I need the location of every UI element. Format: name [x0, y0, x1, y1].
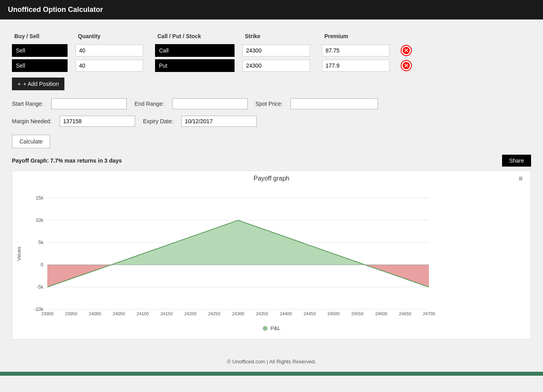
svg-text:24650: 24650: [399, 311, 411, 316]
calculate-label: Calculate: [19, 138, 43, 145]
premium-input-1[interactable]: [322, 45, 390, 56]
svg-text:-5k: -5k: [37, 284, 44, 290]
chart-container: Payoff graph ≡ Values 15k 10k 5k: [12, 171, 531, 340]
svg-text:24000: 24000: [89, 311, 101, 316]
add-position-button[interactable]: + + Add Position: [12, 78, 64, 90]
start-range-label: Start Range:: [12, 101, 43, 107]
positions-header: Buy / Sell Quantity Call / Put / Stock S…: [12, 31, 531, 41]
buy-sell-button-1[interactable]: Sell: [12, 44, 68, 57]
legend-dot: [263, 326, 268, 331]
chart-menu-icon[interactable]: ≡: [518, 175, 523, 183]
call-put-button-2[interactable]: Put: [155, 59, 235, 72]
margin-controls-row: Margin Needed: Expiry Date:: [12, 116, 531, 127]
quantity-input-2[interactable]: [76, 60, 143, 72]
svg-text:0: 0: [41, 262, 43, 268]
calculate-button[interactable]: Calculate: [12, 135, 50, 148]
svg-text:24450: 24450: [304, 311, 316, 316]
remove-icon-1: ✕: [401, 46, 411, 55]
col-call-put-stock: Call / Put / Stock: [155, 31, 242, 41]
start-range-input[interactable]: [51, 98, 127, 109]
app-title: Unofficed Option Calculator: [8, 6, 103, 14]
footer-bar: [0, 372, 543, 376]
svg-text:24400: 24400: [280, 311, 292, 316]
legend-label: P&L: [271, 325, 281, 331]
svg-text:24500: 24500: [328, 311, 340, 316]
svg-text:24250: 24250: [208, 311, 221, 316]
spot-price-label: Spot Price:: [256, 101, 283, 107]
col-premium: Premium: [322, 31, 401, 41]
payoff-graph-label: Payoff Graph: 7.7% max returns in 3 days: [12, 157, 122, 164]
svg-text:23950: 23950: [65, 311, 78, 316]
end-range-input[interactable]: [172, 98, 248, 109]
chart-legend: P&L: [16, 325, 527, 331]
svg-text:24200: 24200: [184, 311, 197, 316]
premium-input-2[interactable]: [322, 60, 390, 72]
expiry-date-label: Expiry Date:: [143, 118, 173, 124]
svg-text:24150: 24150: [161, 311, 173, 316]
svg-text:24300: 24300: [232, 311, 244, 316]
end-range-label: End Range:: [135, 101, 164, 107]
svg-text:24350: 24350: [256, 311, 268, 316]
quantity-input-1[interactable]: [76, 45, 143, 56]
svg-text:24600: 24600: [375, 311, 388, 316]
margin-needed-input[interactable]: [60, 116, 135, 127]
main-content: Buy / Sell Quantity Call / Put / Stock S…: [0, 19, 543, 347]
svg-text:10k: 10k: [36, 217, 44, 223]
svg-text:24050: 24050: [113, 311, 125, 316]
svg-text:23900: 23900: [41, 311, 54, 316]
svg-text:24100: 24100: [137, 311, 149, 316]
range-controls-row: Start Range: End Range: Spot Price:: [12, 98, 531, 109]
chart-svg-wrapper: Values 15k 10k 5k 0 -5k -10k: [16, 186, 527, 321]
buy-sell-button-2[interactable]: Sell: [12, 59, 68, 72]
remove-button-1[interactable]: ✕: [401, 46, 411, 55]
svg-text:24550: 24550: [351, 311, 364, 316]
spot-price-input[interactable]: [291, 98, 378, 109]
payoff-chart-svg: 15k 10k 5k 0 -5k -10k 23900 2: [23, 186, 437, 321]
y-axis-label: Values: [16, 186, 22, 321]
chart-title: Payoff graph: [254, 175, 289, 182]
remove-button-2[interactable]: ✕: [401, 61, 411, 70]
share-button[interactable]: Share: [502, 155, 531, 167]
plus-icon: +: [17, 81, 21, 87]
svg-text:5k: 5k: [38, 240, 44, 245]
margin-needed-label: Margin Needed:: [12, 118, 52, 124]
col-strike: Strike: [242, 31, 322, 41]
col-buy-sell: Buy / Sell: [12, 31, 76, 41]
add-position-label: + Add Position: [23, 81, 59, 87]
position-row-1: Sell Call ✕: [12, 44, 531, 57]
app-header: Unofficed Option Calculator: [0, 0, 543, 19]
share-label: Share: [509, 157, 524, 164]
strike-input-2[interactable]: [242, 60, 310, 72]
svg-text:15k: 15k: [36, 195, 44, 201]
call-put-button-1[interactable]: Call: [155, 44, 235, 57]
col-quantity: Quantity: [76, 31, 155, 41]
expiry-date-input[interactable]: [181, 116, 257, 127]
svg-text:24700: 24700: [423, 311, 435, 316]
payoff-label-row: Payoff Graph: 7.7% max returns in 3 days…: [12, 155, 531, 167]
footer-text: © Unofficed.com | All Rights Reserved.: [227, 359, 316, 365]
footer: © Unofficed.com | All Rights Reserved.: [0, 351, 543, 372]
remove-icon-2: ✕: [401, 61, 411, 70]
chart-title-row: Payoff graph ≡: [16, 175, 527, 182]
strike-input-1[interactable]: [242, 45, 310, 56]
position-row-2: Sell Put ✕: [12, 59, 531, 72]
